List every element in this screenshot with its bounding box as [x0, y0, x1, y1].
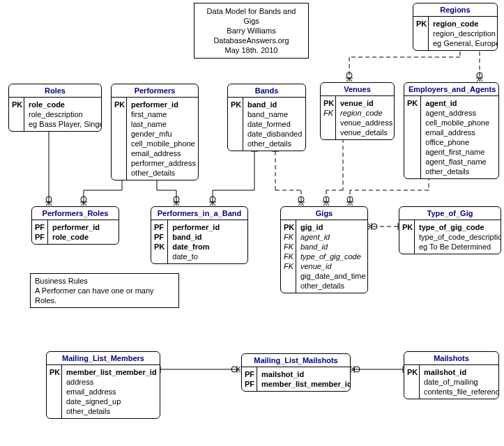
entity-mailshots: Mailshots PK mailshot_id date_of_mailing…	[404, 351, 499, 399]
entity-roles: Roles PK role_code role_description eg B…	[8, 84, 102, 132]
entity-title: Regions	[413, 3, 497, 17]
attr: other_details	[247, 139, 302, 148]
entity-bands: Bands PK band_id band_name date_formed d…	[227, 84, 306, 151]
attr: member_list_member_id	[66, 367, 157, 377]
svg-line-34	[176, 202, 179, 206]
entity-title: Venues	[321, 83, 394, 96]
svg-line-25	[81, 202, 84, 206]
svg-line-49	[298, 202, 301, 206]
entity-title: Performers_Roles	[32, 207, 119, 220]
entity-title: Mailing_List_Mailshots	[242, 354, 350, 367]
attr: address	[66, 377, 157, 387]
svg-point-67	[347, 197, 353, 202]
svg-line-71	[368, 224, 372, 226]
attr: type_of_gig_code	[300, 252, 366, 261]
svg-line-17	[46, 202, 49, 206]
attr: date_from	[172, 242, 243, 252]
attr: mailshot_id	[424, 367, 499, 377]
attr: eg General, Europe	[433, 38, 498, 48]
attr: band_name	[247, 109, 302, 119]
attr: venue_details	[340, 128, 392, 137]
attr: email_address	[66, 387, 157, 397]
attr: region_code	[433, 19, 498, 29]
entity-title: Employers_and_Agents	[404, 83, 498, 96]
svg-line-42	[213, 202, 215, 206]
attr: eg To Be Determined	[419, 242, 501, 252]
attr: role_code	[52, 232, 114, 242]
svg-line-58	[326, 202, 329, 206]
svg-line-26	[84, 202, 86, 206]
svg-line-57	[323, 202, 326, 206]
svg-line-72	[368, 226, 372, 229]
attr: agent_id	[425, 98, 494, 108]
attr: email_address	[131, 148, 196, 158]
attr: type_of_code_description	[419, 232, 501, 242]
attr: contents_file_reference	[424, 387, 499, 397]
business-rules-note: Business Rules A Performer can have one …	[30, 273, 179, 308]
svg-point-59	[323, 197, 329, 202]
attr: performer_id	[172, 222, 243, 232]
attr: other_details	[425, 167, 494, 176]
attr: band_id	[247, 100, 302, 109]
svg-line-83	[351, 367, 354, 369]
entity-venues: Venues PK FK venue_id region_code venue_…	[320, 82, 395, 140]
entity-title: Performers_in_a_Band	[151, 207, 247, 220]
svg-line-6	[349, 78, 352, 82]
entity-performers-in-band: Performers_in_a_Band PFPFPK performer_id…	[151, 206, 248, 264]
attr: cell_mobile_phone	[131, 139, 196, 148]
attr: role_code	[29, 100, 102, 109]
svg-point-85	[354, 367, 360, 372]
attr: agent_address	[425, 108, 494, 118]
svg-point-27	[81, 197, 86, 202]
attr: role_description	[29, 109, 102, 119]
svg-line-18	[49, 202, 52, 206]
entity-title: Gigs	[281, 207, 367, 220]
svg-line-77	[237, 367, 240, 369]
attr: agent_id	[300, 232, 366, 242]
title-line: Barry Williams	[201, 26, 301, 36]
attr: office_phone	[425, 137, 494, 147]
attr: other_details	[66, 406, 157, 416]
title-line: May 18th. 2010	[201, 45, 301, 55]
svg-line-65	[347, 202, 350, 206]
attr: mailshot_id	[261, 369, 351, 379]
svg-line-66	[350, 202, 353, 206]
attr: gig_date_and_time	[300, 271, 366, 281]
attr: email_address	[425, 128, 494, 137]
attr: region_code	[340, 108, 392, 118]
title-line: Data Model for Bands and Gigs	[201, 6, 301, 26]
note-title: Business Rules	[35, 276, 174, 286]
svg-line-33	[174, 202, 176, 206]
attr: first_name	[131, 109, 196, 119]
svg-line-5	[346, 78, 349, 82]
svg-point-35	[174, 197, 179, 202]
svg-point-79	[231, 367, 237, 372]
entity-title: Mailshots	[404, 352, 498, 365]
entity-title: Bands	[228, 84, 305, 98]
entity-employers-agents: Employers_and_Agents PK agent_id agent_a…	[404, 82, 499, 179]
attr: date_formed	[247, 119, 302, 129]
diagram-title-box: Data Model for Bands and Gigs Barry Will…	[194, 3, 309, 59]
svg-line-11	[477, 78, 480, 82]
title-line: DatabaseAnswers.org	[201, 36, 301, 45]
attr: venue_id	[300, 261, 366, 271]
svg-point-51	[298, 197, 304, 202]
svg-line-84	[351, 369, 354, 372]
svg-line-78	[237, 369, 240, 372]
attr: agent_flast_name	[425, 157, 494, 167]
svg-line-50	[301, 202, 304, 206]
attr: member_list_member_id	[261, 379, 351, 389]
entity-regions: Regions PK region_code region_descriptio…	[413, 3, 498, 51]
attr: venue_id	[340, 98, 392, 108]
svg-point-43	[210, 197, 215, 202]
svg-line-41	[210, 202, 213, 206]
attr: date_of_mailing	[424, 377, 499, 387]
entity-performers-roles: Performers_Roles PFPF performer_id role_…	[31, 206, 119, 245]
attr: other_details	[300, 281, 366, 291]
attr: date_to	[172, 252, 243, 261]
attr: date_signed_up	[66, 397, 157, 406]
entity-title: Roles	[9, 84, 101, 98]
entity-performers: Performers PK performer_id first_name la…	[111, 84, 199, 180]
attr: performer_id	[131, 100, 196, 109]
attr: other_details	[131, 168, 196, 178]
